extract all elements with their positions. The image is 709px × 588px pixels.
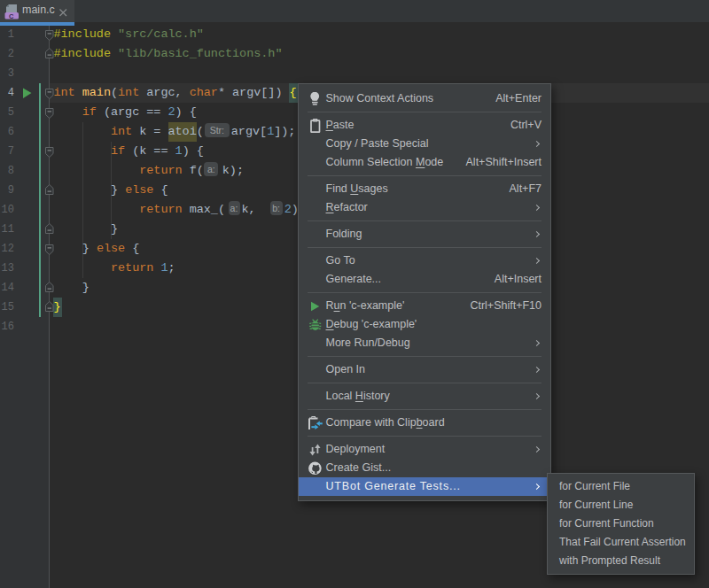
svg-text:C: C [9,12,14,20]
